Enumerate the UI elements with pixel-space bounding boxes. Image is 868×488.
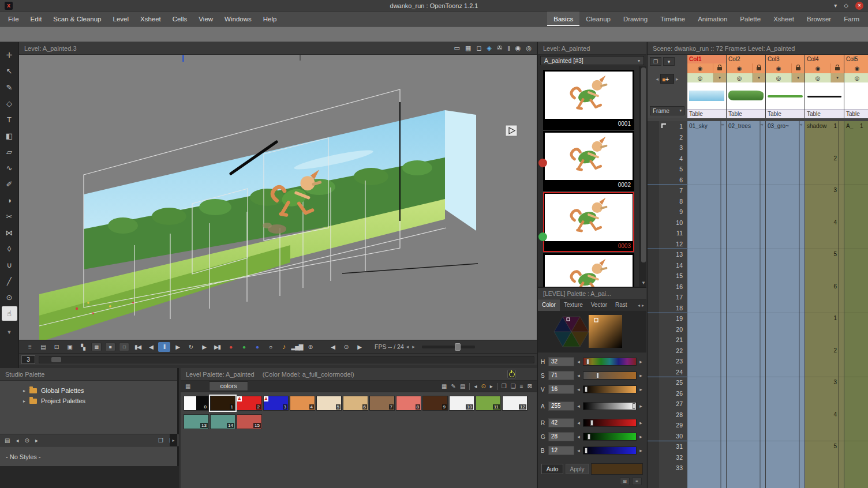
blank-frames-button[interactable]: ⊙ — [340, 342, 352, 352]
rgb-picker-tool[interactable]: ◑ — [2, 193, 17, 208]
xsheet-frame-row-10[interactable]: 10 — [648, 217, 687, 228]
xsheet-cell[interactable] — [687, 431, 726, 442]
slider-value-a[interactable]: 255 — [548, 401, 574, 411]
slider-handle[interactable] — [586, 359, 589, 365]
xsheet-cell[interactable] — [805, 196, 844, 207]
level-frame-thumb-0004[interactable]: 0004 — [543, 253, 634, 287]
style-grid-view-icon[interactable]: ▦ — [442, 383, 447, 389]
xsheet-cell[interactable] — [805, 356, 844, 367]
xsheet-cell[interactable] — [727, 346, 765, 356]
column-name-label[interactable]: Col5 — [844, 55, 868, 63]
subcamera-eye-icon[interactable]: ◎ — [526, 44, 532, 52]
slider-track-g[interactable] — [583, 433, 637, 441]
xsheet-cell[interactable] — [727, 474, 765, 485]
xsheet-cell[interactable] — [805, 420, 844, 431]
column-parent-label[interactable]: Table — [844, 109, 868, 118]
style-swatch-15[interactable]: 15 — [237, 414, 262, 429]
xsheet-column-header-col2[interactable]: Col2◉◎▾Table — [727, 55, 766, 118]
xsheet-cell[interactable] — [844, 249, 868, 260]
room-tab-timeline[interactable]: Timeline — [654, 12, 691, 26]
palette-tab-rast[interactable]: Rast — [611, 299, 631, 311]
more-tools-button[interactable]: ▼ — [2, 325, 17, 339]
menu-help[interactable]: Help — [257, 16, 283, 22]
xsheet-cell[interactable] — [687, 377, 726, 388]
column-parent-label[interactable]: Table — [805, 109, 844, 118]
xsheet-cell[interactable] — [727, 132, 765, 143]
xsheet-cell[interactable] — [766, 463, 805, 474]
shade-button[interactable]: ▾ — [834, 2, 837, 9]
xsheet-frame-row-9[interactable]: 9 — [648, 207, 687, 217]
xsheet-cell[interactable] — [727, 313, 765, 324]
xsheet-cell[interactable] — [766, 142, 805, 153]
xsheet-frame-row-15[interactable]: 15 — [648, 271, 687, 281]
xsheet-frame-row-30[interactable]: 30 — [648, 431, 687, 442]
xsheet-cell[interactable] — [766, 164, 805, 175]
display-mode-3d-icon[interactable]: ■ — [105, 343, 115, 351]
xsheet-cell[interactable] — [727, 377, 765, 388]
hand-tool[interactable]: ☝ — [2, 306, 17, 321]
palette-options-button[interactable]: ≡ — [632, 478, 642, 485]
column-name-label[interactable]: Col2 — [727, 55, 765, 63]
studio-palette-titlebar[interactable]: Studio Palette — [0, 368, 177, 381]
xsheet-cell[interactable] — [844, 474, 868, 485]
xsheet-frame-row-23[interactable]: 23 — [648, 356, 687, 367]
column-name-label[interactable]: Col1 — [687, 55, 726, 63]
xsheet-cell[interactable] — [687, 388, 726, 399]
eye-icon[interactable]: ◉ — [766, 63, 792, 73]
style-swatch-12[interactable]: 12 — [502, 396, 527, 411]
xsheet-frame-row-18[interactable]: 18 — [648, 303, 687, 314]
xsheet-cell[interactable]: 5 — [805, 441, 844, 452]
xsheet-frame-row-4[interactable]: 4 — [648, 153, 687, 164]
slider-track-v[interactable] — [583, 385, 637, 393]
xsheet-cell[interactable] — [687, 217, 726, 228]
xsheet-cell[interactable] — [844, 431, 868, 442]
viewer-menu-icon[interactable]: ≡ — [24, 342, 36, 352]
xsheet-frame-row-11[interactable]: 11 — [648, 228, 687, 239]
snapshot-icon[interactable]: ⊡ — [50, 342, 62, 352]
xsheet-cell[interactable] — [687, 474, 726, 485]
selection-tool[interactable]: ↖ — [2, 64, 17, 78]
control-point-editor-tool[interactable]: ✂ — [2, 209, 17, 224]
next-frame-arrow[interactable]: ▸ — [676, 76, 679, 82]
next-style-icon[interactable]: ▸ — [35, 437, 38, 444]
next-drawing-button[interactable]: ▶ — [353, 342, 365, 352]
xsheet-frame-row-6[interactable]: 6 — [648, 175, 687, 186]
sound-button[interactable]: ♪ — [278, 342, 290, 352]
slider-track-b[interactable] — [583, 446, 637, 455]
style-swatch-5[interactable]: 5 — [316, 396, 342, 411]
xsheet-frame-row-33[interactable]: 33 — [648, 463, 687, 474]
red-channel-button[interactable]: ● — [225, 342, 237, 352]
style-swatch-2[interactable]: A2 — [237, 396, 262, 411]
slider-handle[interactable] — [585, 448, 588, 453]
playback-speed-slider[interactable] — [422, 346, 475, 348]
xsheet-cell[interactable]: 3 — [805, 185, 844, 196]
zoom-tool[interactable]: ⊙ — [2, 290, 17, 305]
view-3d-icon[interactable]: ◈ — [487, 44, 492, 52]
close-button[interactable]: ✕ — [855, 2, 863, 10]
xsheet-frame-row-25[interactable]: 25 — [648, 377, 687, 388]
xsheet-cell[interactable] — [727, 292, 765, 303]
slider-increment-arrow[interactable]: ▸ — [638, 420, 643, 426]
xsheet-cell[interactable] — [766, 367, 805, 378]
filter-dropdown-icon[interactable]: ▾ — [792, 73, 805, 82]
column-parent-label[interactable]: Table — [687, 109, 726, 118]
xsheet-cell[interactable] — [805, 367, 844, 378]
xsheet-cell[interactable] — [766, 452, 805, 463]
style-swatch-0[interactable]: 0 — [184, 396, 209, 411]
slider-track-a[interactable] — [583, 402, 637, 410]
xsheet-cell[interactable] — [727, 249, 765, 260]
xsheet-frame-row-16[interactable]: 16 — [648, 281, 687, 292]
expand-caret-icon[interactable]: ▸ — [23, 399, 25, 404]
studio-palette-expand-button[interactable]: ▸ — [170, 434, 177, 446]
menu-xsheet[interactable]: Xsheet — [134, 16, 167, 22]
xsheet-cell[interactable] — [805, 335, 844, 346]
slider-increment-arrow[interactable]: ▸ — [638, 359, 643, 365]
xsheet-cell[interactable] — [844, 239, 868, 250]
xsheet-cell[interactable] — [766, 420, 805, 431]
xsheet-cell[interactable] — [766, 356, 805, 367]
xsheet-cell[interactable]: 3 — [805, 377, 844, 388]
xsheet-cell[interactable] — [766, 292, 805, 303]
page-grid-icon[interactable]: ▦ — [185, 383, 190, 389]
xsheet-cell[interactable] — [805, 207, 844, 217]
table-view-icon[interactable]: ▦ — [465, 44, 471, 52]
